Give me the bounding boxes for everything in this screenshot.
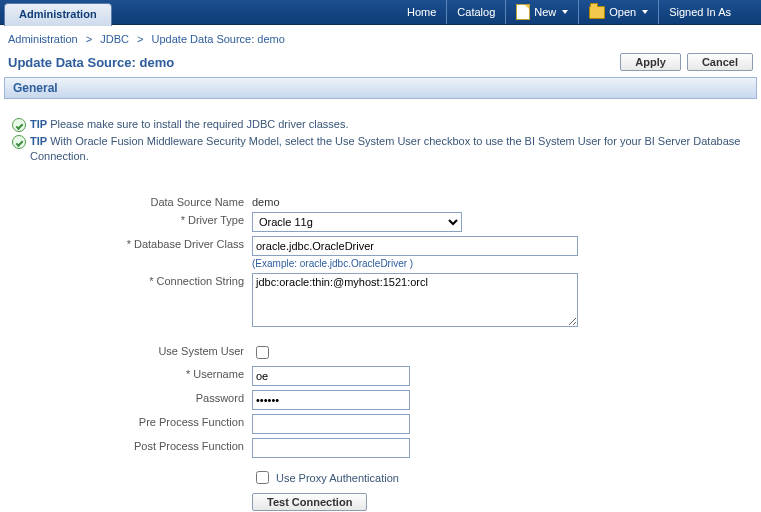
apply-button[interactable]: Apply: [620, 53, 681, 71]
top-links: Home Catalog New Open Signed In As: [397, 0, 761, 24]
data-source-name-value: demo: [252, 194, 280, 208]
breadcrumb: Administration > JDBC > Update Data Sour…: [0, 25, 761, 49]
driver-type-select[interactable]: Oracle 11g: [252, 212, 462, 232]
cancel-button[interactable]: Cancel: [687, 53, 753, 71]
open-label: Open: [609, 0, 636, 24]
chevron-down-icon: [642, 10, 648, 14]
post-process-input[interactable]: [252, 438, 410, 458]
username-input[interactable]: [252, 366, 410, 386]
driver-class-example: (Example: oracle.jdbc.OracleDriver ): [252, 258, 578, 269]
document-icon: [516, 4, 530, 20]
section-general-body: TIP Please make sure to install the requ…: [0, 99, 761, 512]
new-label: New: [534, 0, 556, 24]
section-general-header: General: [4, 77, 757, 99]
driver-class-label: * Database Driver Class: [12, 236, 252, 250]
open-menu[interactable]: Open: [579, 0, 659, 24]
breadcrumb-jdbc[interactable]: JDBC: [100, 33, 129, 45]
test-connection-button[interactable]: Test Connection: [252, 493, 367, 511]
signed-in-menu[interactable]: Signed In As: [659, 0, 741, 24]
tip-line: TIP Please make sure to install the requ…: [12, 117, 749, 132]
connection-string-textarea[interactable]: jdbc:oracle:thin:@myhost:1521:orcl: [252, 273, 578, 327]
check-icon: [12, 118, 26, 132]
use-proxy-checkbox[interactable]: [256, 471, 269, 484]
breadcrumb-current: Update Data Source: demo: [152, 33, 285, 45]
top-navbar: Administration Home Catalog New Open Sig…: [0, 0, 761, 25]
breadcrumb-sep: >: [137, 33, 143, 45]
username-label: * Username: [12, 366, 252, 380]
use-proxy-label: Use Proxy Authentication: [276, 472, 399, 484]
title-bar: Update Data Source: demo Apply Cancel: [0, 49, 761, 77]
use-system-user-label: Use System User: [12, 343, 252, 357]
signed-in-label: Signed In As: [669, 0, 731, 24]
driver-type-label: * Driver Type: [12, 212, 252, 226]
tip-text: Please make sure to install the required…: [50, 118, 348, 130]
breadcrumb-sep: >: [86, 33, 92, 45]
use-system-user-checkbox[interactable]: [256, 346, 269, 359]
data-source-name-label: Data Source Name: [12, 194, 252, 208]
tip-label: TIP: [30, 135, 47, 147]
catalog-link[interactable]: Catalog: [447, 0, 506, 24]
tip-text: With Oracle Fusion Middleware Security M…: [30, 135, 740, 162]
pre-process-label: Pre Process Function: [12, 414, 252, 428]
password-label: Password: [12, 390, 252, 404]
pre-process-input[interactable]: [252, 414, 410, 434]
admin-tab[interactable]: Administration: [4, 3, 112, 26]
tip-line: TIP With Oracle Fusion Middleware Securi…: [12, 134, 749, 164]
chevron-down-icon: [562, 10, 568, 14]
new-menu[interactable]: New: [506, 0, 579, 24]
check-icon: [12, 135, 26, 149]
password-input[interactable]: [252, 390, 410, 410]
form: Data Source Name demo * Driver Type Orac…: [12, 194, 749, 511]
tip-label: TIP: [30, 118, 47, 130]
connection-string-label: * Connection String: [12, 273, 252, 287]
page-title: Update Data Source: demo: [8, 55, 614, 70]
folder-icon: [589, 6, 605, 19]
driver-class-input[interactable]: [252, 236, 578, 256]
home-link[interactable]: Home: [397, 0, 447, 24]
post-process-label: Post Process Function: [12, 438, 252, 452]
breadcrumb-admin[interactable]: Administration: [8, 33, 78, 45]
